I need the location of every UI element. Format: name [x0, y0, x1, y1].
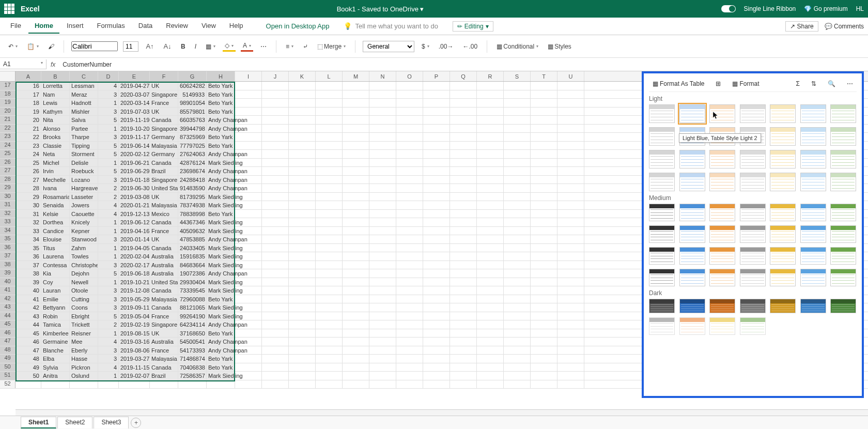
cell[interactable]	[235, 346, 262, 355]
cell[interactable]: 22	[16, 133, 41, 141]
cell[interactable]	[423, 133, 450, 141]
cell[interactable]: 2019-03-27	[119, 355, 150, 363]
cell[interactable]	[477, 227, 504, 235]
cell[interactable]: 2019-04-27	[119, 82, 150, 90]
cell[interactable]: Lewis	[41, 99, 70, 107]
cell[interactable]: Bettyann	[41, 303, 70, 312]
cell[interactable]	[477, 218, 504, 226]
cell[interactable]: Canada	[150, 159, 178, 167]
cell[interactable]	[316, 372, 343, 380]
cell[interactable]	[262, 193, 289, 201]
font-color[interactable]: A	[241, 41, 253, 52]
cell[interactable]	[504, 108, 531, 116]
row-header[interactable]: 34	[0, 227, 16, 235]
cell[interactable]	[423, 125, 450, 133]
cell[interactable]: Irvin	[41, 167, 70, 175]
cell[interactable]: Mark Siedling	[207, 227, 235, 235]
cell[interactable]: 3	[98, 286, 119, 295]
cell[interactable]: 17	[16, 90, 41, 99]
cell[interactable]: Dejohn	[70, 269, 98, 278]
cell[interactable]	[531, 269, 557, 278]
cell[interactable]	[262, 338, 289, 346]
cell[interactable]: Caouette	[70, 210, 98, 218]
cell[interactable]	[289, 269, 316, 278]
cell[interactable]: 33	[16, 227, 41, 235]
cell[interactable]: 41	[16, 295, 41, 303]
cell[interactable]	[504, 133, 531, 141]
borders-button[interactable]: ▦	[204, 42, 218, 51]
cell[interactable]	[531, 261, 557, 269]
cell[interactable]	[396, 346, 423, 355]
cell[interactable]: 1	[98, 218, 119, 226]
cell[interactable]: 5	[98, 167, 119, 175]
row-header[interactable]: 35	[0, 235, 16, 243]
cell[interactable]	[450, 312, 477, 320]
cell[interactable]: Mechelle	[41, 176, 70, 184]
more-font[interactable]: ⋯	[258, 42, 269, 51]
cell[interactable]: 31	[16, 210, 41, 218]
cell[interactable]	[235, 235, 262, 243]
row-header[interactable]: 17	[0, 82, 16, 90]
cell[interactable]	[450, 372, 477, 380]
tab-review[interactable]: Review	[160, 19, 194, 34]
cell[interactable]	[531, 329, 557, 338]
cell[interactable]	[477, 320, 504, 329]
cell[interactable]: 1	[98, 227, 119, 235]
cell[interactable]	[423, 99, 450, 107]
cell[interactable]	[423, 176, 450, 184]
cell[interactable]: Michel	[41, 159, 70, 167]
cell[interactable]: Mark Siedling	[207, 286, 235, 295]
cell[interactable]	[477, 295, 504, 303]
cell[interactable]	[477, 201, 504, 209]
cell[interactable]	[477, 355, 504, 363]
number-format[interactable]: General	[363, 41, 414, 52]
cell[interactable]	[235, 227, 262, 235]
cell[interactable]: Elouise	[41, 235, 70, 243]
table-style-swatch[interactable]	[770, 104, 796, 123]
table-style-swatch[interactable]	[679, 173, 705, 191]
row-header[interactable]: 43	[0, 303, 16, 312]
table-style-swatch[interactable]	[709, 225, 735, 243]
cell[interactable]	[289, 167, 316, 175]
cell[interactable]	[557, 269, 584, 278]
cell[interactable]	[343, 150, 369, 158]
table-style-swatch[interactable]	[830, 225, 856, 243]
cell[interactable]	[289, 159, 316, 167]
cell[interactable]	[504, 261, 531, 269]
cell[interactable]	[450, 269, 477, 278]
cell[interactable]	[369, 355, 396, 363]
cell[interactable]	[235, 338, 262, 346]
cell[interactable]: 2020-02-04	[119, 252, 150, 261]
cell[interactable]	[423, 355, 450, 363]
cell[interactable]: 24	[16, 150, 41, 158]
row-header[interactable]: 31	[0, 201, 16, 209]
cell[interactable]	[289, 244, 316, 252]
cell[interactable]	[262, 269, 289, 278]
cell[interactable]: 85579801	[178, 108, 207, 116]
cell[interactable]	[343, 108, 369, 116]
cell[interactable]	[369, 176, 396, 184]
cell[interactable]: 2019-02-19	[119, 320, 150, 329]
cell[interactable]	[262, 252, 289, 261]
col-header-A[interactable]: A	[16, 71, 41, 81]
cell[interactable]	[262, 295, 289, 303]
cell[interactable]: 29	[16, 193, 41, 201]
cell[interactable]	[531, 227, 557, 235]
cell[interactable]	[369, 278, 396, 286]
cell[interactable]: Kia	[41, 269, 70, 278]
cell[interactable]: Delisle	[70, 159, 98, 167]
cell[interactable]	[396, 244, 423, 252]
paste-button[interactable]: 📋	[25, 42, 41, 51]
cell[interactable]	[262, 261, 289, 269]
shrink-font[interactable]: A↓	[161, 41, 174, 52]
cell[interactable]: 77797025	[178, 142, 207, 150]
cell[interactable]: 15916835	[178, 252, 207, 261]
cell[interactable]: Canada	[150, 286, 178, 295]
cell[interactable]	[423, 372, 450, 380]
table-style-swatch[interactable]	[800, 247, 826, 265]
cell[interactable]	[316, 235, 343, 243]
cell[interactable]: 1	[98, 159, 119, 167]
cell[interactable]	[235, 176, 262, 184]
table-style-swatch[interactable]	[709, 150, 735, 168]
table-style-swatch[interactable]	[679, 150, 705, 168]
